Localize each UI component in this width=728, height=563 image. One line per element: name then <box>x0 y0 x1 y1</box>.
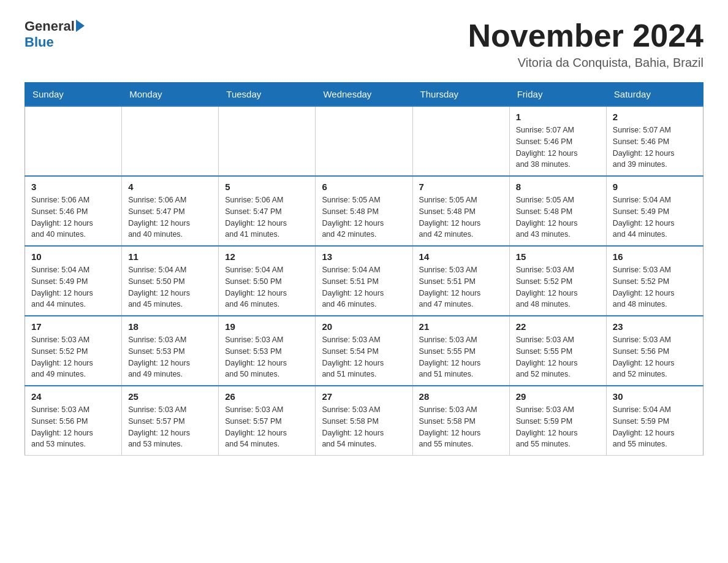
day-number: 21 <box>419 321 503 332</box>
calendar-cell: 28Sunrise: 5:03 AM Sunset: 5:58 PM Dayli… <box>412 386 509 456</box>
day-number: 15 <box>516 251 600 262</box>
calendar-cell: 23Sunrise: 5:03 AM Sunset: 5:56 PM Dayli… <box>606 316 703 386</box>
calendar-cell: 5Sunrise: 5:06 AM Sunset: 5:47 PM Daylig… <box>219 176 316 246</box>
calendar-cell: 9Sunrise: 5:04 AM Sunset: 5:49 PM Daylig… <box>606 176 703 246</box>
day-info: Sunrise: 5:03 AM Sunset: 5:58 PM Dayligh… <box>322 404 406 450</box>
col-header-friday: Friday <box>509 83 606 107</box>
day-info: Sunrise: 5:03 AM Sunset: 5:52 PM Dayligh… <box>613 264 697 310</box>
calendar-cell: 25Sunrise: 5:03 AM Sunset: 5:57 PM Dayli… <box>122 386 219 456</box>
day-number: 6 <box>322 182 406 192</box>
calendar-cell: 17Sunrise: 5:03 AM Sunset: 5:52 PM Dayli… <box>25 316 122 386</box>
day-info: Sunrise: 5:05 AM Sunset: 5:48 PM Dayligh… <box>516 194 600 240</box>
calendar-cell: 26Sunrise: 5:03 AM Sunset: 5:57 PM Dayli… <box>219 386 316 456</box>
calendar-cell <box>316 106 412 176</box>
calendar-week-row: 17Sunrise: 5:03 AM Sunset: 5:52 PM Dayli… <box>25 316 703 386</box>
calendar-cell: 14Sunrise: 5:03 AM Sunset: 5:51 PM Dayli… <box>412 246 509 316</box>
day-number: 29 <box>516 391 600 402</box>
day-number: 22 <box>516 321 600 332</box>
day-number: 10 <box>31 251 115 262</box>
day-number: 2 <box>613 112 697 122</box>
calendar-cell: 12Sunrise: 5:04 AM Sunset: 5:50 PM Dayli… <box>219 246 316 316</box>
day-number: 12 <box>225 251 309 262</box>
month-title: November 2024 <box>468 18 703 53</box>
day-number: 17 <box>31 321 115 332</box>
calendar-week-row: 10Sunrise: 5:04 AM Sunset: 5:49 PM Dayli… <box>25 246 703 316</box>
day-info: Sunrise: 5:03 AM Sunset: 5:53 PM Dayligh… <box>128 334 212 380</box>
day-number: 18 <box>128 321 212 332</box>
day-number: 28 <box>419 391 503 402</box>
calendar-header-row: SundayMondayTuesdayWednesdayThursdayFrid… <box>25 83 703 107</box>
location-subtitle: Vitoria da Conquista, Bahia, Brazil <box>468 56 703 70</box>
day-info: Sunrise: 5:03 AM Sunset: 5:54 PM Dayligh… <box>322 334 406 380</box>
day-number: 13 <box>322 251 406 262</box>
day-info: Sunrise: 5:04 AM Sunset: 5:59 PM Dayligh… <box>613 404 697 450</box>
day-info: Sunrise: 5:04 AM Sunset: 5:50 PM Dayligh… <box>128 264 212 310</box>
calendar-cell: 10Sunrise: 5:04 AM Sunset: 5:49 PM Dayli… <box>25 246 122 316</box>
calendar-cell: 22Sunrise: 5:03 AM Sunset: 5:55 PM Dayli… <box>509 316 606 386</box>
calendar-cell: 29Sunrise: 5:03 AM Sunset: 5:59 PM Dayli… <box>509 386 606 456</box>
day-number: 3 <box>31 182 115 192</box>
calendar-cell: 13Sunrise: 5:04 AM Sunset: 5:51 PM Dayli… <box>316 246 412 316</box>
calendar-cell: 24Sunrise: 5:03 AM Sunset: 5:56 PM Dayli… <box>25 386 122 456</box>
page-header: General Blue November 2024 Vitoria da Co… <box>25 18 703 70</box>
calendar-cell: 20Sunrise: 5:03 AM Sunset: 5:54 PM Dayli… <box>316 316 412 386</box>
day-number: 5 <box>225 182 309 192</box>
day-number: 16 <box>613 251 697 262</box>
col-header-saturday: Saturday <box>606 83 703 107</box>
day-number: 27 <box>322 391 406 402</box>
calendar-cell: 6Sunrise: 5:05 AM Sunset: 5:48 PM Daylig… <box>316 176 412 246</box>
day-number: 9 <box>613 182 697 192</box>
day-number: 19 <box>225 321 309 332</box>
day-info: Sunrise: 5:03 AM Sunset: 5:58 PM Dayligh… <box>419 404 503 450</box>
calendar-cell: 2Sunrise: 5:07 AM Sunset: 5:46 PM Daylig… <box>606 106 703 176</box>
day-number: 26 <box>225 391 309 402</box>
day-info: Sunrise: 5:04 AM Sunset: 5:50 PM Dayligh… <box>225 264 309 310</box>
calendar-week-row: 1Sunrise: 5:07 AM Sunset: 5:46 PM Daylig… <box>25 106 703 176</box>
day-info: Sunrise: 5:05 AM Sunset: 5:48 PM Dayligh… <box>419 194 503 240</box>
logo: General Blue <box>25 18 85 50</box>
day-info: Sunrise: 5:07 AM Sunset: 5:46 PM Dayligh… <box>613 124 697 170</box>
calendar-cell <box>25 106 122 176</box>
calendar-cell: 18Sunrise: 5:03 AM Sunset: 5:53 PM Dayli… <box>122 316 219 386</box>
calendar-cell: 21Sunrise: 5:03 AM Sunset: 5:55 PM Dayli… <box>412 316 509 386</box>
day-info: Sunrise: 5:03 AM Sunset: 5:59 PM Dayligh… <box>516 404 600 450</box>
day-info: Sunrise: 5:06 AM Sunset: 5:47 PM Dayligh… <box>225 194 309 240</box>
col-header-thursday: Thursday <box>412 83 509 107</box>
day-number: 1 <box>516 112 600 122</box>
calendar-cell <box>219 106 316 176</box>
calendar-title-area: November 2024 Vitoria da Conquista, Bahi… <box>468 18 703 70</box>
col-header-monday: Monday <box>122 83 219 107</box>
col-header-tuesday: Tuesday <box>219 83 316 107</box>
calendar-cell <box>412 106 509 176</box>
day-info: Sunrise: 5:03 AM Sunset: 5:51 PM Dayligh… <box>419 264 503 310</box>
day-info: Sunrise: 5:07 AM Sunset: 5:46 PM Dayligh… <box>516 124 600 170</box>
day-number: 23 <box>613 321 697 332</box>
day-info: Sunrise: 5:03 AM Sunset: 5:55 PM Dayligh… <box>419 334 503 380</box>
calendar-cell: 7Sunrise: 5:05 AM Sunset: 5:48 PM Daylig… <box>412 176 509 246</box>
calendar-cell: 11Sunrise: 5:04 AM Sunset: 5:50 PM Dayli… <box>122 246 219 316</box>
day-info: Sunrise: 5:03 AM Sunset: 5:56 PM Dayligh… <box>613 334 697 380</box>
calendar-cell <box>122 106 219 176</box>
logo-general-text: General <box>25 18 75 34</box>
calendar-cell: 27Sunrise: 5:03 AM Sunset: 5:58 PM Dayli… <box>316 386 412 456</box>
day-info: Sunrise: 5:03 AM Sunset: 5:56 PM Dayligh… <box>31 404 115 450</box>
day-number: 20 <box>322 321 406 332</box>
day-number: 7 <box>419 182 503 192</box>
day-number: 14 <box>419 251 503 262</box>
col-header-sunday: Sunday <box>25 83 122 107</box>
day-info: Sunrise: 5:03 AM Sunset: 5:57 PM Dayligh… <box>225 404 309 450</box>
day-info: Sunrise: 5:03 AM Sunset: 5:52 PM Dayligh… <box>31 334 115 380</box>
calendar-cell: 16Sunrise: 5:03 AM Sunset: 5:52 PM Dayli… <box>606 246 703 316</box>
day-info: Sunrise: 5:05 AM Sunset: 5:48 PM Dayligh… <box>322 194 406 240</box>
day-info: Sunrise: 5:03 AM Sunset: 5:52 PM Dayligh… <box>516 264 600 310</box>
calendar-week-row: 24Sunrise: 5:03 AM Sunset: 5:56 PM Dayli… <box>25 386 703 456</box>
calendar-cell: 1Sunrise: 5:07 AM Sunset: 5:46 PM Daylig… <box>509 106 606 176</box>
calendar-cell: 8Sunrise: 5:05 AM Sunset: 5:48 PM Daylig… <box>509 176 606 246</box>
day-info: Sunrise: 5:04 AM Sunset: 5:49 PM Dayligh… <box>613 194 697 240</box>
day-info: Sunrise: 5:04 AM Sunset: 5:49 PM Dayligh… <box>31 264 115 310</box>
day-number: 8 <box>516 182 600 192</box>
day-info: Sunrise: 5:06 AM Sunset: 5:47 PM Dayligh… <box>128 194 212 240</box>
calendar-table: SundayMondayTuesdayWednesdayThursdayFrid… <box>25 82 703 456</box>
day-number: 24 <box>31 391 115 402</box>
calendar-cell: 3Sunrise: 5:06 AM Sunset: 5:46 PM Daylig… <box>25 176 122 246</box>
